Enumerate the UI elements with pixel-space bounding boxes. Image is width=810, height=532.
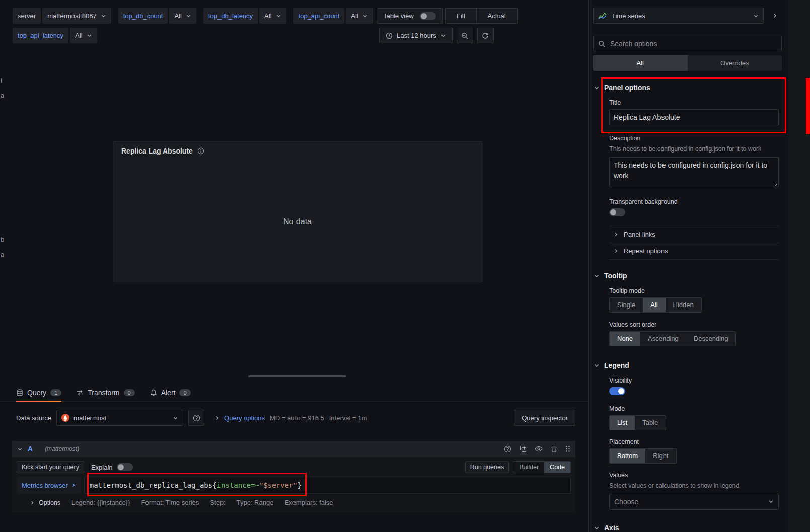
chevron-down-icon [594,85,600,91]
fill-option[interactable]: Fill [446,9,476,23]
panel-title: Replica Lag Absolute [121,147,193,155]
builder-option[interactable]: Builder [513,462,544,473]
time-range-picker[interactable]: Last 12 hours [379,28,453,43]
transparent-background-label: Transparent background [609,198,779,205]
promql-metric: mattermost_db_replica_lag_abs [90,481,212,489]
section-title: Legend [604,361,629,369]
query-row-header[interactable]: A (mattermost) [12,441,575,457]
tab-all[interactable]: All [593,55,688,71]
variable-row-1: server mattermost:8067 top_db_count All … [13,8,380,24]
legend-placement-group: Bottom Right [609,448,677,464]
section-title: Axis [604,524,619,532]
panel-description-textarea[interactable]: This needs to be configured in config.js… [609,157,779,187]
visualization-row: Time series [593,8,782,24]
resize-corner-icon[interactable] [773,182,777,186]
transparent-background-toggle[interactable] [609,208,625,216]
pane-resize-handle[interactable] [248,375,346,377]
query-options-toggle[interactable]: Query options [214,414,265,422]
variable-value-dropdown[interactable]: All [70,28,97,43]
metrics-browser-button[interactable]: Metrics browser [17,477,81,494]
query-toolbar: Kick start your query Explain Run querie… [17,461,571,473]
legend-mode-table[interactable]: Table [635,416,666,430]
variable-value: All [351,12,358,20]
panel-links-section[interactable]: Panel links [609,226,779,243]
options-label: Options [39,499,60,506]
divider [609,259,779,260]
options-toggle[interactable]: Options [30,499,60,506]
tab-label: Transform [88,389,119,397]
tooltip-mode-hidden[interactable]: Hidden [666,298,701,312]
variable-value-dropdown[interactable]: mattermost:8067 [42,8,111,24]
query-row-actions [504,445,570,453]
legend-values-select[interactable]: Choose [609,494,779,510]
query-row-body: Kick start your query Explain Run querie… [12,457,575,512]
sort-ascending[interactable]: Ascending [640,332,686,346]
options-search-input[interactable] [609,39,777,48]
refresh-button[interactable] [477,28,494,43]
panel-options-sidebar: Time series All Overrides Panel options … [588,0,789,532]
tab-query[interactable]: Query 1 [16,384,61,401]
tab-transform[interactable]: Transform 0 [77,384,134,401]
variable-label: top_api_count [293,8,345,24]
chevron-down-icon [594,525,600,531]
delete-query-icon[interactable] [551,445,557,452]
placement-right[interactable]: Right [645,449,676,463]
tooltip-section: Tooltip mode Single All Hidden Values so… [609,287,779,346]
collapse-options-button[interactable] [768,8,782,24]
actual-option[interactable]: Actual [476,9,517,23]
query-expression-input[interactable]: mattermost_db_replica_lag_abs{instance=~… [84,477,571,494]
variable-row-2: top_api_latency All [13,28,104,43]
toggle-visibility-icon[interactable] [535,446,543,452]
variable-value-dropdown[interactable]: All [259,8,286,24]
tooltip-mode-single[interactable]: Single [610,298,643,312]
tooltip-section-header[interactable]: Tooltip [594,272,782,280]
legend-placement-label: Placement [609,438,779,445]
tab-overrides[interactable]: Overrides [688,55,782,71]
explain-toggle[interactable] [117,463,133,471]
drag-handle-icon[interactable] [565,445,570,452]
panel-title-input[interactable] [609,109,779,125]
query-inspector-button[interactable]: Query inspector [514,410,575,426]
promql-brace: } [298,481,302,489]
zoom-out-button[interactable] [457,28,473,43]
legend-values-label: Values [609,472,779,479]
visibility-label: Visibility [609,377,779,384]
chevron-down-icon [87,33,92,38]
variable-top-db-count: top_db_count All [118,8,196,24]
sort-none[interactable]: None [610,332,640,346]
section-title: Tooltip [604,272,627,280]
legend-visibility-toggle[interactable] [609,387,625,395]
panel-options-section-header[interactable]: Panel options [594,84,782,92]
query-ref-id: A [28,445,33,453]
axis-section-header[interactable]: Axis [594,524,782,532]
zoom-out-icon [461,32,468,39]
edge-text-fragment: l [1,77,2,84]
variable-top-db-latency: top_db_latency All [203,8,286,24]
sort-descending[interactable]: Descending [686,332,736,346]
code-option[interactable]: Code [544,462,570,473]
variable-value-dropdown[interactable]: All [169,8,196,24]
legend-section-header[interactable]: Legend [594,361,782,369]
legend-mode-list[interactable]: List [610,416,635,430]
duplicate-query-icon[interactable] [520,445,527,452]
datasource-select[interactable]: mattermost [56,410,183,426]
tab-alert[interactable]: Alert 0 [150,384,191,401]
repeat-options-section[interactable]: Repeat options [609,243,779,259]
run-queries-button[interactable]: Run queries [465,461,509,473]
tooltip-mode-all[interactable]: All [643,298,665,312]
variable-value-dropdown[interactable]: All [346,8,373,24]
info-icon [197,147,204,155]
table-view-toggle[interactable] [420,12,436,20]
placement-bottom[interactable]: Bottom [610,449,645,463]
kickstart-button[interactable]: Kick start your query [17,461,84,473]
bell-icon [150,389,157,396]
datasource-help-button[interactable] [188,410,204,426]
legend-values-help: Select values or calculations to show in… [609,482,779,490]
help-icon[interactable] [504,445,511,453]
edge-text-fragment: b [1,236,4,243]
chevron-right-icon [214,415,220,421]
panel-header[interactable]: Replica Lag Absolute [113,142,482,160]
section-title: Panel options [604,84,650,92]
tab-count-badge: 1 [50,389,61,396]
visualization-picker[interactable]: Time series [593,8,764,24]
